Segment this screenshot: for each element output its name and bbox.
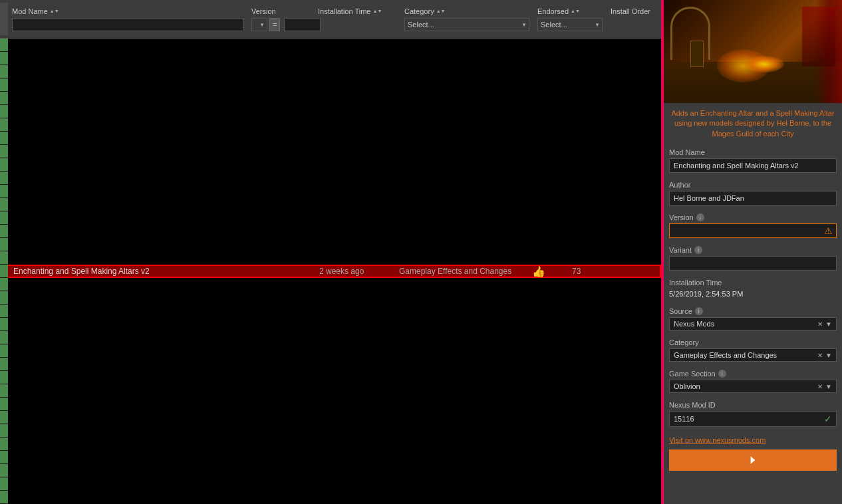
side-indicator: [0, 344, 8, 358]
game-section-chevron-icon[interactable]: ▼: [825, 383, 832, 390]
left-panel: Mod Name ▲▼ Version Select... =: [0, 0, 662, 504]
category-chevron-icon[interactable]: ▼: [825, 352, 832, 359]
source-clear-icon[interactable]: ✕: [817, 320, 823, 328]
detail-variant-input[interactable]: [669, 256, 837, 271]
mod-name-header[interactable]: Mod Name ▲▼: [12, 7, 243, 15]
version-header: Version: [251, 7, 310, 15]
selected-mod-name: Enchanting and Spell Making Altars v2: [9, 267, 315, 276]
side-indicator: [0, 265, 8, 278]
arrow-right-icon: [746, 453, 760, 467]
main-container: Mod Name ▲▼ Version Select... =: [0, 0, 842, 504]
side-indicator: [0, 305, 8, 318]
detail-variant-section: Variant i: [664, 242, 842, 275]
install-time-sort[interactable]: ▲▼: [372, 9, 382, 13]
detail-source-value: Nexus Mods: [674, 320, 714, 328]
detail-mod-name-section: Mod Name: [664, 144, 842, 177]
side-indicator: [0, 451, 8, 464]
detail-install-time-section: Installation Time 5/26/2019, 2:54:53 PM: [664, 275, 842, 303]
side-indicator: [0, 291, 8, 305]
side-indicator: [0, 211, 8, 225]
side-indicator: [0, 384, 8, 398]
navigate-button[interactable]: [669, 449, 837, 471]
side-indicator: [0, 238, 8, 251]
mod-description: Adds an Enchanting Altar and a Spell Mak…: [664, 103, 842, 144]
side-indicator: [0, 278, 8, 291]
mod-list-area: Enchanting and Spell Making Altars v2 2 …: [0, 39, 661, 504]
variant-info-icon[interactable]: i: [694, 246, 702, 254]
selected-mod-time: 2 weeks ago: [315, 267, 395, 276]
side-indicator: [0, 105, 8, 118]
mod-preview-image: [664, 0, 842, 103]
version-select[interactable]: Select...: [251, 18, 267, 31]
side-indicator: [0, 424, 8, 438]
side-indicator: [0, 491, 8, 504]
detail-version-label: Version i: [669, 213, 837, 221]
detail-install-time-label: Installation Time: [669, 279, 837, 287]
side-indicator: [0, 118, 8, 132]
source-info-icon[interactable]: i: [695, 307, 703, 315]
side-indicator: [0, 65, 8, 78]
detail-mod-name-input[interactable]: [669, 158, 837, 173]
selected-mod-order: 73: [568, 267, 660, 276]
detail-game-section-dropdown[interactable]: Oblivion ✕ ▼: [669, 380, 837, 393]
side-indicators: [0, 39, 8, 504]
detail-source-label: Source i: [669, 307, 837, 315]
endorsed-select[interactable]: Select...: [537, 18, 603, 31]
category-sort[interactable]: ▲▼: [436, 9, 446, 13]
version-warning-icon: ⚠: [824, 225, 833, 236]
side-indicator: [0, 145, 8, 158]
empty-rows-top: [0, 39, 661, 265]
side-indicator: [0, 198, 8, 211]
side-indicator: [0, 371, 8, 384]
side-indicator: [0, 477, 8, 491]
install-time-header[interactable]: Installation Time ▲▼: [318, 7, 396, 15]
endorsed-header[interactable]: Endorsed ▲▼: [537, 7, 603, 15]
detail-author-label: Author: [669, 181, 837, 189]
game-section-clear-icon[interactable]: ✕: [817, 383, 823, 390]
selected-mod-endorsed: 👍: [528, 265, 568, 278]
side-indicator: [0, 331, 8, 344]
detail-game-section-value: Oblivion: [674, 382, 700, 390]
detail-category-section: Category Gameplay Effects and Changes ✕ …: [664, 334, 842, 366]
side-indicator: [0, 251, 8, 265]
mod-name-sort[interactable]: ▲▼: [50, 9, 59, 13]
category-select[interactable]: Select...: [404, 18, 529, 31]
source-chevron-icon[interactable]: ▼: [825, 320, 832, 328]
equals-badge: =: [269, 18, 280, 31]
detail-author-input[interactable]: [669, 191, 837, 205]
side-indicator: [0, 92, 8, 105]
version-info-icon[interactable]: i: [696, 213, 704, 221]
mod-name-filter[interactable]: [12, 18, 243, 31]
empty-rows-bottom: [0, 278, 661, 504]
endorsed-sort[interactable]: ▲▼: [571, 9, 580, 13]
detail-nexus-id-field[interactable]: 15116 ✓: [669, 411, 837, 427]
detail-version-section: Version i ⚠: [664, 209, 842, 242]
detail-nexus-id-label: Nexus Mod ID: [669, 401, 837, 409]
detail-game-section-label: Game Section i: [669, 370, 837, 378]
side-indicator: [0, 438, 8, 451]
visit-nexus-link[interactable]: Visit on www.nexusmods.com: [664, 431, 842, 449]
game-section-info-icon[interactable]: i: [718, 370, 726, 378]
detail-category-value: Gameplay Effects and Changes: [674, 351, 777, 359]
detail-version-input[interactable]: [669, 223, 837, 238]
install-order-header: Install Order: [611, 7, 657, 15]
side-indicator: [0, 52, 8, 65]
side-indicator: [0, 411, 8, 424]
selected-mod-row[interactable]: Enchanting and Spell Making Altars v2 2 …: [0, 265, 661, 278]
nexus-check-icon: ✓: [824, 414, 832, 424]
detail-variant-label: Variant i: [669, 246, 837, 254]
filter-row: Mod Name ▲▼ Version Select... =: [0, 0, 661, 39]
side-indicator: [0, 318, 8, 331]
category-header[interactable]: Category ▲▼: [404, 7, 529, 15]
side-indicator: [0, 185, 8, 198]
detail-category-dropdown[interactable]: Gameplay Effects and Changes ✕ ▼: [669, 348, 837, 362]
side-indicator: [0, 158, 8, 172]
side-indicator: [0, 225, 8, 238]
side-indicator: [0, 39, 8, 52]
side-indicator: [0, 78, 8, 92]
detail-source-section: Source i Nexus Mods ✕ ▼: [664, 303, 842, 334]
side-indicator: [0, 464, 8, 477]
category-clear-icon[interactable]: ✕: [817, 352, 823, 359]
detail-source-dropdown[interactable]: Nexus Mods ✕ ▼: [669, 317, 837, 330]
detail-install-time-value: 5/26/2019, 2:54:53 PM: [669, 289, 837, 299]
